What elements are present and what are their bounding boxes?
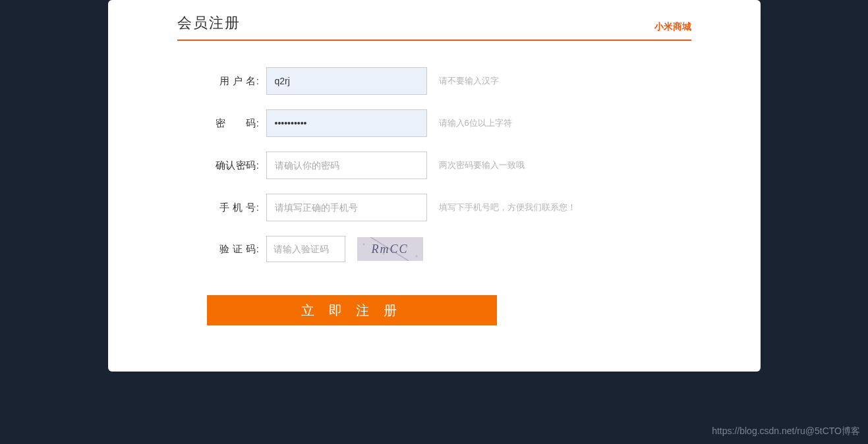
header: 会员注册 小米商城: [177, 13, 691, 41]
confirm-password-row: 确认密码: 两次密码要输入一致哦: [207, 152, 691, 179]
captcha-input[interactable]: [266, 236, 345, 262]
password-row: 密 码: 请输入6位以上字符: [207, 109, 691, 137]
password-hint: 请输入6位以上字符: [439, 117, 512, 129]
password-input[interactable]: [266, 109, 427, 137]
phone-label: 手 机 号:: [207, 202, 260, 214]
confirm-password-input[interactable]: [266, 152, 427, 179]
username-label: 用 户 名:: [207, 75, 260, 88]
registration-form: 用 户 名: 请不要输入汉字 密 码: 请输入6位以上字符 确认密码: 两次密码…: [177, 67, 691, 325]
captcha-image-text: RmCC: [371, 242, 408, 256]
phone-hint: 填写下手机号吧，方便我们联系您！: [439, 202, 576, 213]
captcha-label: 验 证 码:: [207, 243, 260, 256]
username-input[interactable]: [266, 67, 427, 95]
username-row: 用 户 名: 请不要输入汉字: [207, 67, 691, 95]
password-label: 密 码:: [207, 117, 260, 130]
captcha-row: 验 证 码: RmCC: [207, 236, 691, 262]
confirm-password-label: 确认密码:: [207, 159, 260, 172]
confirm-password-hint: 两次密码要输入一致哦: [439, 159, 525, 171]
registration-card: 会员注册 小米商城 用 户 名: 请不要输入汉字 密 码: 请输入6位以上字符 …: [108, 0, 761, 372]
mall-link[interactable]: 小米商城: [654, 21, 691, 33]
phone-input[interactable]: [266, 194, 427, 221]
phone-row: 手 机 号: 填写下手机号吧，方便我们联系您！: [207, 194, 691, 221]
captcha-image[interactable]: RmCC: [357, 237, 423, 261]
page-title: 会员注册: [177, 13, 241, 33]
watermark: https://blog.csdn.net/ru@5tCTO博客: [712, 426, 860, 437]
username-hint: 请不要输入汉字: [439, 75, 499, 87]
submit-button[interactable]: 立 即 注 册: [207, 295, 497, 325]
